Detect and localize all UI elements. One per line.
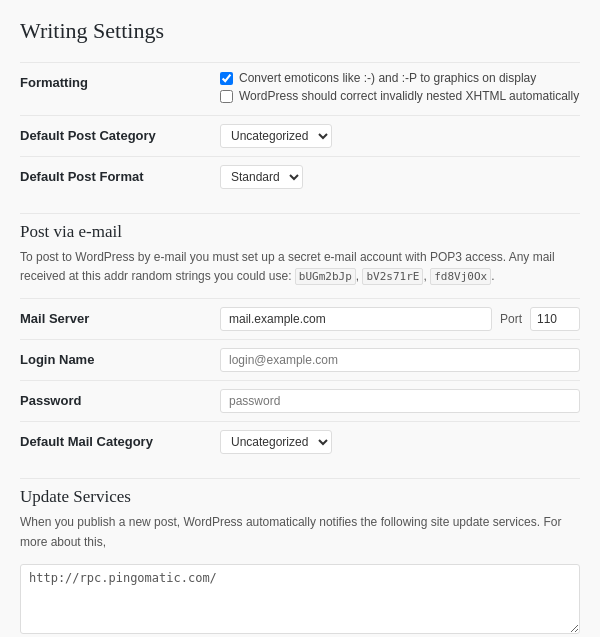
password-input[interactable] [220,389,580,413]
checkbox-xhtml[interactable] [220,90,233,103]
mail-server-input[interactable] [220,307,492,331]
post-via-email-desc: To post to WordPress by e-mail you must … [20,248,580,286]
update-services-textarea[interactable]: http://rpc.pingomatic.com/ [20,564,580,634]
checkbox-emoticons[interactable] [220,72,233,85]
formatting-row: Formatting Convert emoticons like :-) an… [20,62,580,115]
default-post-format-row: Default Post Format Standard [20,156,580,197]
post-via-email-section: Post via e-mail To post to WordPress by … [20,213,580,286]
default-post-format-control: Standard [220,165,580,189]
port-input[interactable] [530,307,580,331]
default-post-format-select[interactable]: Standard [220,165,303,189]
password-control [220,389,580,413]
default-post-format-label: Default Post Format [20,165,220,184]
default-mail-category-select[interactable]: Uncategorized [220,430,332,454]
formatting-label: Formatting [20,71,220,90]
mail-server-label: Mail Server [20,307,220,326]
formatting-control: Convert emoticons like :-) and :-P to gr… [220,71,580,107]
port-label: Port [500,312,522,326]
default-mail-category-label: Default Mail Category [20,430,220,449]
page-container: Writing Settings Formatting Convert emot… [0,0,600,637]
checkbox-emoticons-row: Convert emoticons like :-) and :-P to gr… [220,71,580,85]
mail-server-input-row: Port [220,307,580,331]
default-post-category-control: Uncategorized [220,124,580,148]
random-string-2: bV2s71rE [362,268,423,285]
login-name-label: Login Name [20,348,220,367]
random-string-3: fd8Vj0Ox [430,268,491,285]
update-services-desc: When you publish a new post, WordPress a… [20,513,580,551]
default-mail-category-row: Default Mail Category Uncategorized [20,421,580,462]
checkbox-xhtml-row: WordPress should correct invalidly neste… [220,89,580,103]
update-services-section: Update Services When you publish a new p… [20,478,580,636]
default-post-category-label: Default Post Category [20,124,220,143]
default-mail-category-control: Uncategorized [220,430,580,454]
mail-server-row: Mail Server Port [20,298,580,339]
checkbox-emoticons-label: Convert emoticons like :-) and :-P to gr… [239,71,536,85]
login-name-row: Login Name [20,339,580,380]
password-row: Password [20,380,580,421]
checkbox-xhtml-label: WordPress should correct invalidly neste… [239,89,579,103]
login-name-input[interactable] [220,348,580,372]
random-string-1: bUGm2bJp [295,268,356,285]
password-label: Password [20,389,220,408]
update-services-title: Update Services [20,478,580,507]
login-name-control [220,348,580,372]
default-post-category-row: Default Post Category Uncategorized [20,115,580,156]
mail-server-control: Port [220,307,580,331]
post-via-email-title: Post via e-mail [20,213,580,242]
page-title: Writing Settings [20,18,580,44]
default-post-category-select[interactable]: Uncategorized [220,124,332,148]
